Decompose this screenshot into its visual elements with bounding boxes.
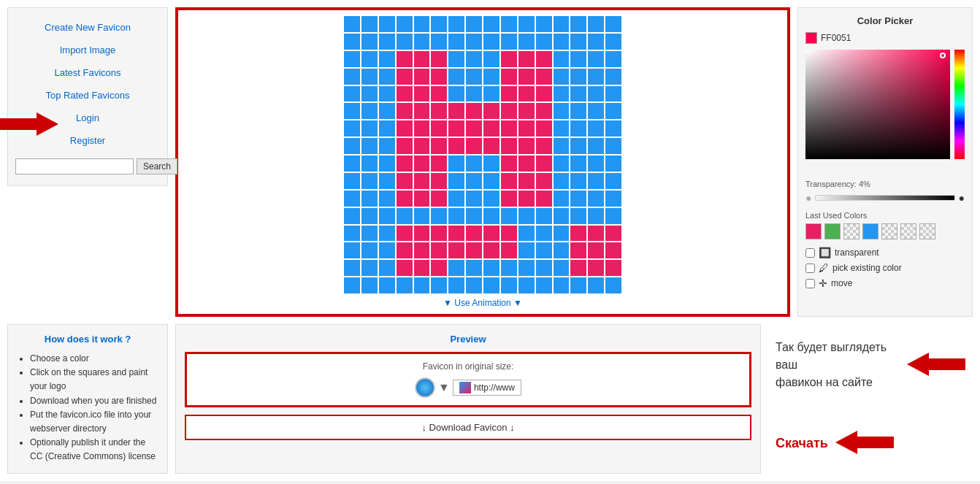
last-color-2[interactable] [824, 223, 841, 239]
pixel-cell[interactable] [397, 16, 413, 32]
pixel-cell[interactable] [501, 34, 517, 50]
pixel-cell[interactable] [518, 51, 535, 67]
pixel-cell[interactable] [466, 138, 482, 154]
pixel-cell[interactable] [448, 277, 464, 293]
pixel-cell[interactable] [605, 277, 621, 293]
pixel-cell[interactable] [361, 69, 378, 85]
pixel-cell[interactable] [344, 34, 360, 50]
pixel-cell[interactable] [536, 208, 552, 224]
pixel-cell[interactable] [466, 16, 482, 32]
pixel-cell[interactable] [483, 173, 499, 189]
pixel-cell[interactable] [570, 69, 586, 85]
pixel-cell[interactable] [536, 120, 552, 137]
last-color-1[interactable] [805, 223, 822, 239]
pixel-cell[interactable] [466, 103, 482, 119]
search-button[interactable]: Search [137, 158, 177, 174]
pixel-cell[interactable] [588, 173, 604, 189]
pixel-cell[interactable] [431, 16, 447, 32]
pixel-cell[interactable] [431, 120, 447, 137]
pixel-cell[interactable] [483, 191, 499, 207]
pixel-cell[interactable] [570, 51, 586, 67]
pixel-cell[interactable] [414, 277, 430, 293]
pixel-cell[interactable] [466, 260, 482, 276]
pixel-cell[interactable] [483, 226, 499, 242]
pixel-cell[interactable] [483, 138, 499, 154]
pixel-cell[interactable] [501, 155, 517, 172]
pixel-cell[interactable] [501, 86, 517, 102]
pixel-cell[interactable] [448, 226, 464, 242]
pixel-cell[interactable] [536, 226, 552, 242]
pixel-cell[interactable] [588, 103, 604, 119]
pixel-cell[interactable] [397, 155, 413, 172]
pixel-cell[interactable] [501, 242, 517, 258]
pixel-cell[interactable] [588, 260, 604, 276]
hue-bar[interactable] [954, 50, 965, 159]
pixel-cell[interactable] [344, 155, 360, 172]
pixel-cell[interactable] [483, 208, 499, 224]
last-color-3[interactable] [843, 223, 860, 239]
pixel-cell[interactable] [431, 69, 447, 85]
pixel-cell[interactable] [344, 86, 360, 102]
pixel-cell[interactable] [570, 191, 586, 207]
pixel-cell[interactable] [414, 34, 430, 50]
pixel-cell[interactable] [570, 173, 586, 189]
pixel-cell[interactable] [361, 16, 378, 32]
pixel-cell[interactable] [570, 86, 586, 102]
search-input[interactable] [15, 158, 134, 174]
pixel-cell[interactable] [554, 69, 570, 85]
pixel-cell[interactable] [361, 86, 378, 102]
pixel-cell[interactable] [605, 173, 621, 189]
pixel-cell[interactable] [379, 34, 395, 50]
pixel-cell[interactable] [448, 51, 464, 67]
pixel-cell[interactable] [554, 51, 570, 67]
pixel-cell[interactable] [501, 51, 517, 67]
pixel-cell[interactable] [379, 191, 395, 207]
pixel-cell[interactable] [501, 173, 517, 189]
pixel-cell[interactable] [554, 86, 570, 102]
pixel-cell[interactable] [518, 16, 535, 32]
pixel-cell[interactable] [554, 260, 570, 276]
pixel-cell[interactable] [361, 120, 378, 137]
pixel-cell[interactable] [414, 226, 430, 242]
pixel-cell[interactable] [554, 208, 570, 224]
pixel-cell[interactable] [466, 155, 482, 172]
pixel-cell[interactable] [536, 260, 552, 276]
pixel-cell[interactable] [431, 103, 447, 119]
pixel-cell[interactable] [588, 277, 604, 293]
pixel-cell[interactable] [414, 138, 430, 154]
pixel-cell[interactable] [448, 86, 464, 102]
pixel-cell[interactable] [518, 226, 535, 242]
pixel-cell[interactable] [570, 155, 586, 172]
pixel-cell[interactable] [554, 191, 570, 207]
pixel-cell[interactable] [379, 226, 395, 242]
pixel-cell[interactable] [501, 103, 517, 119]
pixel-cell[interactable] [361, 173, 378, 189]
pixel-cell[interactable] [361, 155, 378, 172]
pixel-cell[interactable] [431, 242, 447, 258]
pixel-cell[interactable] [448, 120, 464, 137]
pixel-cell[interactable] [397, 86, 413, 102]
pixel-cell[interactable] [344, 260, 360, 276]
use-animation-button[interactable]: ▼ Use Animation ▼ [443, 298, 522, 308]
pixel-cell[interactable] [483, 51, 499, 67]
pixel-cell[interactable] [570, 242, 586, 258]
pixel-cell[interactable] [605, 86, 621, 102]
pixel-cell[interactable] [466, 120, 482, 137]
pixel-cell[interactable] [414, 51, 430, 67]
pixel-cell[interactable] [379, 173, 395, 189]
pixel-cell[interactable] [518, 277, 535, 293]
pixel-cell[interactable] [414, 191, 430, 207]
pixel-cell[interactable] [431, 208, 447, 224]
pixel-cell[interactable] [414, 260, 430, 276]
pixel-cell[interactable] [536, 103, 552, 119]
pixel-cell[interactable] [431, 191, 447, 207]
pixel-cell[interactable] [588, 69, 604, 85]
pixel-cell[interactable] [518, 69, 535, 85]
pixel-cell[interactable] [379, 208, 395, 224]
pixel-cell[interactable] [466, 242, 482, 258]
pixel-cell[interactable] [501, 260, 517, 276]
pixel-cell[interactable] [466, 34, 482, 50]
pixel-cell[interactable] [588, 120, 604, 137]
pixel-cell[interactable] [414, 208, 430, 224]
pixel-cell[interactable] [536, 51, 552, 67]
